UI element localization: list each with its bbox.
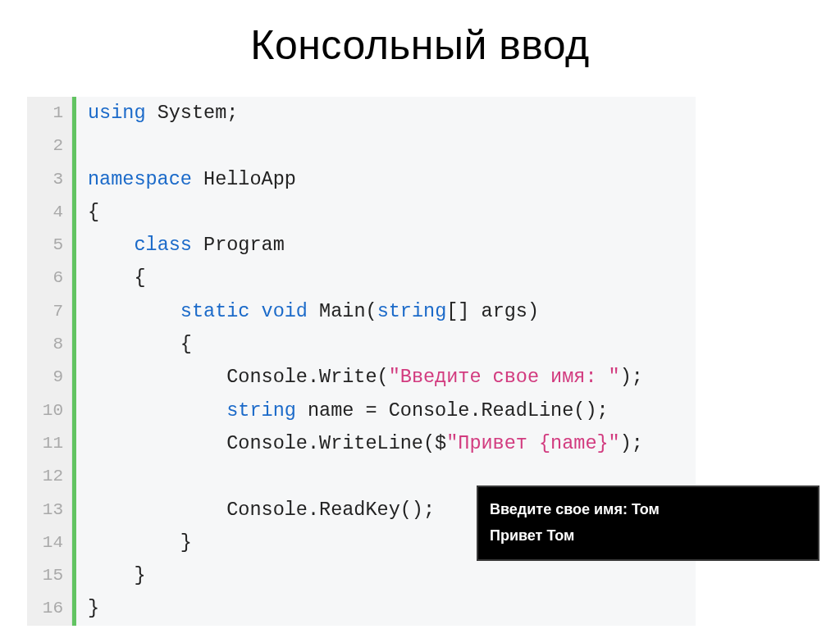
code-line: 6 {: [27, 262, 696, 294]
code-line: 10 string name = Console.ReadLine();: [27, 394, 696, 427]
code-content: }: [76, 592, 696, 625]
code-content: static void Main(string[] args): [76, 295, 696, 328]
code-line: 5 class Program: [27, 229, 696, 262]
slide: Консольный ввод 1using System;23namespac…: [0, 0, 840, 629]
line-number: 13: [27, 494, 72, 526]
code-line: 15 }: [27, 559, 696, 592]
line-number: 5: [27, 229, 72, 262]
code-content: class Program: [76, 229, 696, 262]
line-number: 9: [27, 361, 72, 394]
line-number: 4: [27, 196, 72, 229]
code-line: 2: [27, 130, 696, 162]
line-number: 1: [27, 97, 72, 130]
line-number: 16: [27, 592, 72, 625]
code-line: 8 {: [27, 328, 696, 361]
code-content: }: [76, 559, 696, 592]
line-number: 10: [27, 394, 72, 427]
code-content: {: [76, 328, 696, 361]
line-number: 15: [27, 559, 72, 592]
code-line: 3namespace HelloApp: [27, 163, 696, 196]
line-number: 2: [27, 130, 72, 162]
line-number: 12: [27, 460, 72, 493]
code-line: 9 Console.Write("Введите свое имя: ");: [27, 361, 696, 394]
console-line-1: Введите свое имя: Том: [490, 500, 806, 519]
code-content: {: [76, 196, 696, 229]
code-line: 7 static void Main(string[] args): [27, 295, 696, 328]
code-content: using System;: [76, 97, 696, 130]
code-content: {: [76, 262, 696, 294]
code-line: 11 Console.WriteLine($"Привет {name}");: [27, 427, 696, 460]
slide-title: Консольный ввод: [0, 21, 840, 69]
code-content: string name = Console.ReadLine();: [76, 394, 696, 427]
line-number: 7: [27, 295, 72, 328]
code-line: 1using System;: [27, 97, 696, 130]
code-content: Console.Write("Введите свое имя: ");: [76, 361, 696, 394]
code-line: 4{: [27, 196, 696, 229]
code-line: 16}: [27, 592, 696, 625]
line-number: 6: [27, 262, 72, 294]
line-number: 3: [27, 163, 72, 196]
modification-bar: [72, 130, 76, 162]
console-output: Введите свое имя: Том Привет Том: [477, 485, 819, 561]
line-number: 11: [27, 427, 72, 460]
line-number: 8: [27, 328, 72, 361]
console-line-2: Привет Том: [490, 526, 806, 545]
modification-bar: [72, 460, 76, 493]
code-content: namespace HelloApp: [76, 163, 696, 196]
code-content: Console.WriteLine($"Привет {name}");: [76, 427, 696, 460]
line-number: 14: [27, 526, 72, 559]
